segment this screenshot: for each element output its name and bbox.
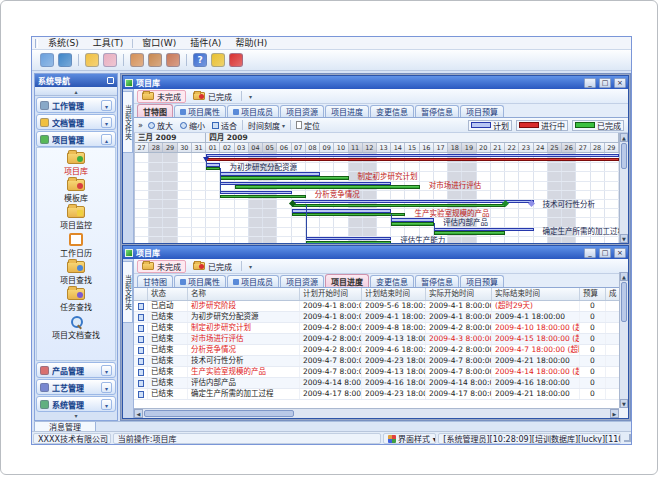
scroll-thumb[interactable] bbox=[621, 282, 627, 322]
tab-项目属性[interactable]: 项目属性 bbox=[174, 105, 226, 117]
sidebar-item-任务查找[interactable]: 任务查找 bbox=[37, 288, 115, 312]
gantt-bar-actual[interactable] bbox=[220, 195, 305, 198]
gantt-bar-actual[interactable] bbox=[434, 231, 505, 234]
ui-style-dropdown[interactable]: 界面样式 ▾ bbox=[383, 433, 436, 444]
report-add-icon[interactable] bbox=[148, 53, 162, 67]
expand-icon[interactable]: ▾ bbox=[101, 365, 112, 376]
sidebar-item-项目查找[interactable]: 项目查找 bbox=[37, 261, 115, 285]
close-button[interactable]: × bbox=[614, 78, 626, 88]
close-button[interactable]: × bbox=[614, 248, 626, 258]
globe-icon[interactable] bbox=[58, 53, 72, 67]
workstation-icon[interactable] bbox=[40, 53, 54, 67]
minimize-button[interactable]: _ bbox=[584, 248, 596, 258]
finished-folder-button[interactable]: 已完成 bbox=[188, 260, 237, 273]
column-header-预算[interactable]: 预算 bbox=[580, 288, 606, 300]
zoom-out-button[interactable]: 缩小 bbox=[178, 120, 207, 131]
maximize-button[interactable]: □ bbox=[599, 78, 611, 88]
gantt-vertical-scrollbar[interactable]: ▲ ▼ bbox=[619, 133, 628, 243]
menu-item-0[interactable]: 系统(S) bbox=[41, 37, 86, 50]
table-row[interactable]: 已结束评估内部产品2009-4-14 8:00:002009-4-16 18:0… bbox=[134, 378, 619, 389]
gantt-bar-plan[interactable] bbox=[206, 154, 619, 157]
pin-icon[interactable] bbox=[107, 77, 114, 84]
sidebar-item-项目监控[interactable]: 项目监控 bbox=[37, 206, 115, 230]
gantt-bar-actual[interactable] bbox=[391, 222, 434, 225]
sidebar-group-项目管理[interactable]: 项目管理▴ bbox=[36, 131, 116, 147]
minimize-button[interactable]: _ bbox=[584, 78, 596, 88]
save-folder-icon[interactable] bbox=[103, 53, 117, 67]
sidebar-collapse-button[interactable]: ▴ bbox=[35, 87, 117, 96]
tab-项目属性[interactable]: 项目属性 bbox=[174, 275, 226, 287]
gantt-bar-actual[interactable] bbox=[292, 204, 506, 207]
chevron-down-icon[interactable]: ▾ bbox=[246, 93, 255, 100]
tab-甘特图[interactable]: 甘特图 bbox=[137, 104, 173, 117]
chevron-down-icon[interactable]: ▾ bbox=[246, 263, 255, 270]
resize-grip[interactable] bbox=[624, 434, 631, 442]
table-row[interactable]: 已结束技术可行性分析2009-4-7 8:00:002009-4-23 18:0… bbox=[134, 356, 619, 367]
column-header-icon[interactable] bbox=[134, 288, 148, 300]
gantt-bar-actual[interactable] bbox=[220, 176, 348, 179]
open-folder-icon[interactable] bbox=[85, 53, 99, 67]
table-horizontal-scrollbar[interactable]: ◀ ▶ bbox=[134, 408, 619, 418]
zoom-in-button[interactable]: 放大 bbox=[146, 120, 175, 131]
table-row[interactable]: 已启动初步研究阶段2009-4-1 8:00:002009-5-6 18:00:… bbox=[134, 301, 619, 312]
tab-项目预算[interactable]: 项目预算 bbox=[460, 105, 504, 117]
lock-icon[interactable] bbox=[211, 53, 225, 67]
fit-button[interactable]: 适合 bbox=[210, 120, 239, 131]
scroll-thumb[interactable] bbox=[621, 143, 627, 169]
gantt-bar-actual[interactable] bbox=[206, 167, 220, 170]
report-icon[interactable] bbox=[130, 53, 144, 67]
maximize-button[interactable]: □ bbox=[599, 248, 611, 258]
toolbar-overflow-icon[interactable]: » bbox=[138, 121, 143, 130]
tab-项目成员[interactable]: 项目成员 bbox=[227, 105, 279, 117]
expand-icon[interactable]: ▾ bbox=[101, 399, 112, 410]
column-header-实际结束时间[interactable]: 实际结束时间 bbox=[492, 288, 580, 300]
table-row[interactable]: 已结束生产实验室规模的产品2009-4-7 8:00:002009-4-13 1… bbox=[134, 367, 619, 378]
unfinished-folder-button[interactable]: 未完成 bbox=[137, 260, 186, 273]
expand-icon[interactable]: ▾ bbox=[101, 100, 112, 111]
table-row[interactable]: 已结束确定生产所需的加工过程2009-4-17 8:00:002009-4-23… bbox=[134, 389, 619, 400]
scroll-down-icon[interactable]: ▼ bbox=[620, 234, 628, 243]
table-vertical-scrollbar[interactable]: ▲ ▼ bbox=[619, 272, 628, 408]
tab-项目成员[interactable]: 项目成员 bbox=[227, 275, 279, 287]
menu-item-3[interactable]: 插件(A) bbox=[183, 37, 228, 50]
tab-甘特图[interactable]: 甘特图 bbox=[137, 275, 173, 287]
tab-项目预算[interactable]: 项目预算 bbox=[460, 275, 504, 287]
tab-变更信息[interactable]: 变更信息 bbox=[370, 105, 414, 117]
expand-icon[interactable]: ▾ bbox=[101, 117, 112, 128]
sidebar-item-项目库[interactable]: 项目库 bbox=[37, 152, 115, 176]
column-header-计划开始时间[interactable]: 计划开始时间 bbox=[300, 288, 362, 300]
scroll-left-icon[interactable]: ◀ bbox=[134, 409, 143, 418]
menu-item-2[interactable]: 窗口(W) bbox=[135, 37, 183, 50]
sidebar-item-工作日历[interactable]: 工作日历 bbox=[37, 233, 115, 258]
expand-icon[interactable]: ▾ bbox=[101, 382, 112, 393]
tab-项目资源[interactable]: 项目资源 bbox=[280, 105, 324, 117]
unfinished-folder-button[interactable]: 未完成 bbox=[137, 90, 186, 103]
column-header-计划结束时间[interactable]: 计划结束时间 bbox=[362, 288, 426, 300]
scroll-up-icon[interactable]: ▲ bbox=[620, 133, 628, 142]
sidebar-group-产品管理[interactable]: 产品管理▾ bbox=[36, 362, 116, 378]
time-scale-dropdown[interactable]: 时间刻度▾ bbox=[246, 120, 287, 131]
gantt-bar-actual[interactable] bbox=[306, 241, 391, 243]
scroll-thumb[interactable] bbox=[144, 410, 294, 417]
tab-暂停信息[interactable]: 暂停信息 bbox=[415, 275, 459, 287]
sidebar-overflow-icon[interactable]: ▾ bbox=[35, 412, 117, 420]
finished-folder-button[interactable]: 已完成 bbox=[188, 90, 237, 103]
gantt-bar-actual[interactable] bbox=[235, 185, 420, 188]
table-row[interactable]: 已结束对市场进行评估2009-4-2 8:00:002009-4-13 18:0… bbox=[134, 334, 619, 345]
sidebar-item-模板库[interactable]: 模板库 bbox=[37, 179, 115, 203]
tab-项目资源[interactable]: 项目资源 bbox=[280, 275, 324, 287]
current-folder-tab[interactable]: 当前文件夹 bbox=[123, 91, 133, 153]
collapse-icon[interactable]: ▴ bbox=[101, 134, 112, 145]
table-row[interactable]: 已结束为初步研究分配资源2009-4-1 8:00:002009-4-1 18:… bbox=[134, 312, 619, 323]
scroll-right-icon[interactable]: ▶ bbox=[610, 409, 619, 418]
column-header-状态[interactable]: 状态 bbox=[148, 288, 188, 300]
report-remove-icon[interactable] bbox=[166, 53, 180, 67]
tab-项目进度[interactable]: 项目进度 bbox=[325, 105, 369, 117]
column-header-名称[interactable]: 名称 bbox=[188, 288, 300, 300]
sidebar-item-项目文档查找[interactable]: 项目文档查找 bbox=[37, 315, 115, 340]
tab-暂停信息[interactable]: 暂停信息 bbox=[415, 105, 459, 117]
gantt-bar-inprogress[interactable] bbox=[206, 158, 619, 161]
sidebar-group-工作管理[interactable]: 工作管理▾ bbox=[36, 97, 116, 113]
menu-item-1[interactable]: 工具(T) bbox=[86, 37, 131, 50]
window-titlebar[interactable]: 项目库 _ □ × bbox=[123, 76, 628, 89]
